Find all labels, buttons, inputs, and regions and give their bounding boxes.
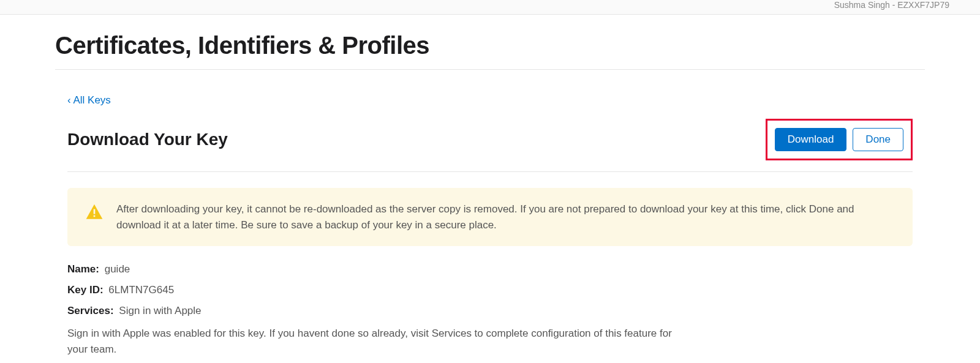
warning-text: After downloading your key, it cannot be… [116, 201, 895, 233]
warning-box: After downloading your key, it cannot be… [67, 188, 913, 246]
name-value: guide [105, 263, 130, 275]
key-details: Name: guide Key ID: 6LMTN7G645 Services:… [67, 263, 913, 357]
top-bar: Sushma Singh - EZXXF7JP79 [0, 0, 980, 15]
page-title: Certificates, Identifiers & Profiles [55, 15, 925, 70]
svg-rect-1 [94, 215, 96, 217]
services-label: Services: [67, 305, 114, 316]
footnote-text: Sign in with Apple was enabled for this … [67, 326, 680, 357]
all-keys-link[interactable]: ‹ All Keys [67, 94, 111, 107]
detail-keyid-row: Key ID: 6LMTN7G645 [67, 284, 913, 296]
done-button[interactable]: Done [853, 128, 903, 151]
keyid-label: Key ID: [67, 284, 104, 296]
services-value: Sign in with Apple [119, 305, 201, 316]
detail-name-row: Name: guide [67, 263, 913, 275]
download-button[interactable]: Download [775, 128, 847, 151]
detail-services-row: Services: Sign in with Apple [67, 305, 913, 317]
keyid-value: 6LMTN7G645 [108, 284, 174, 296]
svg-rect-0 [94, 209, 96, 214]
section-title: Download Your Key [67, 130, 228, 149]
action-buttons-highlight: Download Done [766, 119, 913, 160]
name-label: Name: [67, 263, 99, 275]
warning-icon [85, 203, 104, 222]
user-account-text: Sushma Singh - EZXXF7JP79 [834, 0, 949, 10]
